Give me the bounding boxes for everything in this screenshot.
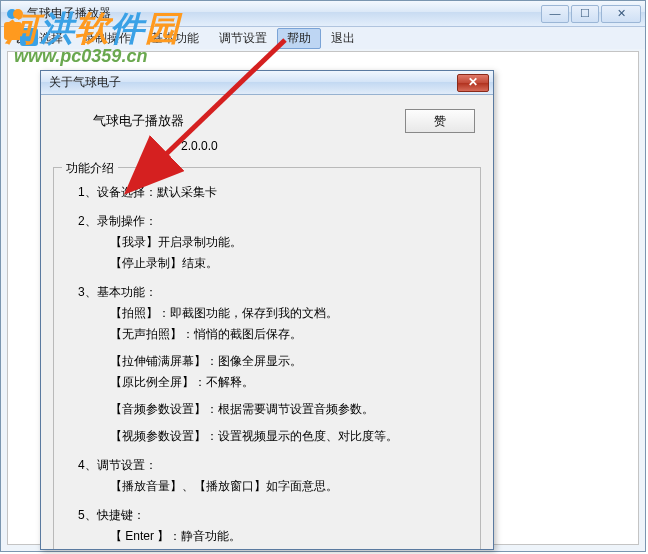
section-1-header: 1、设备选择：默认采集卡 <box>78 182 470 203</box>
features-groupbox: 功能介绍 1、设备选择：默认采集卡 2、录制操作： 【我录】开启录制功能。 【停… <box>53 167 481 549</box>
section-2-item-b: 【停止录制】结束。 <box>110 253 470 274</box>
close-button[interactable]: ✕ <box>601 5 641 23</box>
section-3-item-b: 【无声拍照】：悄悄的截图后保存。 <box>110 324 470 345</box>
section-5-item-b: 【 Space 】：无声拍摄截图。 <box>110 547 470 549</box>
section-3-header: 3、基本功能： <box>78 282 470 303</box>
menu-exit[interactable]: 退出 <box>321 28 365 49</box>
section-4-header: 4、调节设置： <box>78 455 470 476</box>
zan-button[interactable]: 赞 <box>405 109 475 133</box>
about-dialog: 关于气球电子 ✕ 气球电子播放器 赞 2.0.0.0 功能介绍 1、设备选择：默… <box>40 70 494 550</box>
svg-rect-2 <box>4 22 22 40</box>
menu-basic-func[interactable]: 基本功能 <box>141 28 209 49</box>
watermark-url: www.pc0359.cn <box>14 46 147 67</box>
section-2-item-a: 【我录】开启录制功能。 <box>110 232 470 253</box>
main-titlebar: 气球电子播放器 — ☐ ✕ <box>1 1 645 27</box>
section-5-item-a: 【 Enter 】：静音功能。 <box>110 526 470 547</box>
features-legend: 功能介绍 <box>62 160 118 177</box>
section-3-item-a: 【拍照】：即截图功能，保存到我的文档。 <box>110 303 470 324</box>
window-controls: — ☐ ✕ <box>541 5 641 23</box>
section-3-item-c: 【拉伸铺满屏幕】：图像全屏显示。 <box>110 351 470 372</box>
menu-adjust-settings[interactable]: 调节设置 <box>209 28 277 49</box>
features-content: 1、设备选择：默认采集卡 2、录制操作： 【我录】开启录制功能。 【停止录制】结… <box>78 182 470 549</box>
section-4-item-a: 【播放音量】、【播放窗口】如字面意思。 <box>110 476 470 497</box>
section-3-item-e: 【音频参数设置】：根据需要调节设置音频参数。 <box>110 399 470 420</box>
about-title: 关于气球电子 <box>49 74 121 91</box>
svg-rect-3 <box>20 28 38 46</box>
menu-help[interactable]: 帮助 <box>277 28 321 49</box>
about-titlebar: 关于气球电子 ✕ <box>41 71 493 95</box>
section-5-header: 5、快捷键： <box>78 505 470 526</box>
section-3-item-f: 【视频参数设置】：设置视频显示的色度、对比度等。 <box>110 426 470 447</box>
section-2-header: 2、录制操作： <box>78 211 470 232</box>
maximize-button[interactable]: ☐ <box>571 5 599 23</box>
about-close-button[interactable]: ✕ <box>457 74 489 92</box>
section-3-item-d: 【原比例全屏】：不解释。 <box>110 372 470 393</box>
about-body: 气球电子播放器 赞 2.0.0.0 功能介绍 1、设备选择：默认采集卡 2、录制… <box>41 95 493 549</box>
about-app-name: 气球电子播放器 <box>93 112 184 130</box>
svg-point-1 <box>13 9 23 19</box>
minimize-button[interactable]: — <box>541 5 569 23</box>
